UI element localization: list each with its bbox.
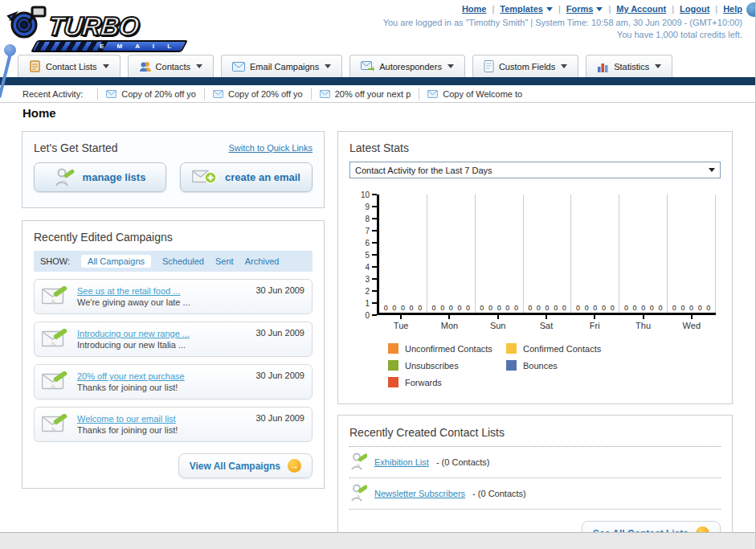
legend-label: Unconfirmed Contacts xyxy=(405,344,492,354)
switch-to-quick-links[interactable]: Switch to Quick Links xyxy=(228,143,313,153)
campaign-title-link[interactable]: Introducing our new range ... xyxy=(77,328,247,339)
help-bubble-icon[interactable] xyxy=(746,2,756,17)
campaign-subtitle: Thanks for joining our list! xyxy=(77,424,247,436)
data-point-value: 0 xyxy=(488,304,492,312)
recent-activity-item[interactable]: Copy of 20% off yo xyxy=(97,88,204,100)
turbo-email-logo: TURBO E M A I L xyxy=(6,3,207,52)
recent-activity-item[interactable]: Copy of Welcome to xyxy=(419,88,530,100)
chart-x-axis: TueMonSunSatFriThuWed xyxy=(377,315,716,330)
recently-edited-campaigns-panel: Recently Edited Campaigns SHOW: All Camp… xyxy=(22,220,325,489)
data-point-value: 0 xyxy=(537,304,541,312)
campaign-row[interactable]: Introducing our new range ... Introducin… xyxy=(34,322,313,357)
data-point-value: 0 xyxy=(611,304,615,312)
filter-scheduled[interactable]: Scheduled xyxy=(162,256,204,266)
data-point-value: 0 xyxy=(593,304,597,312)
nav-link-home[interactable]: Home xyxy=(462,4,487,14)
nav-link-forms[interactable]: Forms xyxy=(566,4,603,14)
campaign-title-link[interactable]: Welcome to our email list xyxy=(77,413,247,424)
stats-period-select[interactable]: Contact Activity for the Last 7 Days xyxy=(349,162,721,178)
chevron-down-icon xyxy=(447,64,454,68)
chevron-down-icon xyxy=(546,7,553,11)
login-info: You are logged in as "Timothy Smith" | S… xyxy=(383,17,742,41)
x-axis-label: Fri xyxy=(570,321,619,330)
envelope-icon xyxy=(213,90,223,98)
filter-sent[interactable]: Sent xyxy=(215,256,234,266)
legend-label: Bounces xyxy=(523,361,558,371)
recent-activity-item[interactable]: Copy of 20% off yo xyxy=(204,88,311,100)
person-pencil-icon xyxy=(55,168,76,187)
recent-activity-label: Recent Activity: xyxy=(22,89,83,99)
chevron-down-icon xyxy=(561,64,567,68)
y-tick-label: 3 xyxy=(365,275,370,284)
tab-autoresponders[interactable]: Autoresponders xyxy=(349,55,465,77)
recent-activity-bar: Recent Activity: Copy of 20% off yo Copy… xyxy=(0,85,755,103)
nav-link-templates[interactable]: Templates xyxy=(500,4,553,14)
campaign-row[interactable]: See us at the retail food ... We're givi… xyxy=(34,279,313,314)
y-tick-label: 10 xyxy=(361,191,370,199)
bar-chart-icon xyxy=(597,61,609,72)
tab-custom-fields[interactable]: Custom Fields xyxy=(472,55,578,77)
arrow-right-icon: → xyxy=(288,459,301,473)
footer-strip xyxy=(0,532,755,549)
chevron-down-icon xyxy=(709,168,715,172)
chart-day-column: 00000 xyxy=(379,195,427,313)
data-point-value: 0 xyxy=(624,304,628,312)
login-line: You are logged in as "Timothy Smith" | S… xyxy=(383,17,742,29)
legend-item: Confirmed Contacts xyxy=(506,343,624,354)
nav-link-my-account[interactable]: My Account xyxy=(616,4,666,14)
tab-statistics[interactable]: Statistics xyxy=(586,55,672,77)
campaign-subtitle: Introducing our new Italia ... xyxy=(77,339,247,350)
campaign-date: 30 Jun 2009 xyxy=(255,371,304,380)
campaign-row[interactable]: 20% off your next purchase Thanks for jo… xyxy=(34,364,313,399)
chart-day-column: 00000 xyxy=(476,195,524,313)
legend-label: Unsubscribes xyxy=(405,361,459,371)
campaign-title-link[interactable]: See us at the retail food ... xyxy=(77,285,247,297)
campaign-row[interactable]: Welcome to our email list Thanks for joi… xyxy=(34,407,313,442)
autoresponder-icon xyxy=(361,61,374,72)
data-point-value: 0 xyxy=(658,304,662,312)
tab-contact-lists[interactable]: Contact Lists xyxy=(18,55,121,77)
legend-swatch xyxy=(388,377,398,387)
create-email-button[interactable]: create an email xyxy=(180,162,313,192)
envelope-icon xyxy=(106,90,116,98)
envelope-pencil-icon xyxy=(42,371,69,392)
chart-day-column: 00000 xyxy=(668,195,716,313)
envelope-icon xyxy=(320,90,330,98)
manage-lists-button[interactable]: manage lists xyxy=(34,162,166,192)
nav-link-logout[interactable]: Logout xyxy=(680,4,709,14)
legend-swatch xyxy=(388,343,398,354)
nav-link-help[interactable]: Help xyxy=(723,4,742,14)
navy-divider-bar xyxy=(0,77,755,85)
contact-list-meta: - (0 Contacts) xyxy=(436,457,490,467)
campaign-date: 30 Jun 2009 xyxy=(255,413,304,423)
y-tick-label: 1 xyxy=(365,299,370,308)
campaign-title-link[interactable]: 20% off your next purchase xyxy=(77,371,247,382)
contact-list-link[interactable]: Exhibition List xyxy=(374,457,429,467)
data-point-value: 0 xyxy=(633,304,637,312)
recent-activity-item[interactable]: 20% off your next p xyxy=(311,88,419,100)
contact-list-row[interactable]: Exhibition List - (0 Contacts) xyxy=(349,447,721,478)
filter-archived[interactable]: Archived xyxy=(245,256,280,266)
campaigns-filter-bar: SHOW: All Campaigns Scheduled Sent Archi… xyxy=(34,251,313,272)
view-all-campaigns-button[interactable]: View All Campaigns → xyxy=(178,453,313,478)
contacts-icon xyxy=(139,60,151,72)
data-point-value: 0 xyxy=(528,304,532,312)
data-point-value: 0 xyxy=(392,304,396,312)
x-axis-label: Tue xyxy=(377,321,425,330)
data-point-value: 0 xyxy=(480,304,484,312)
chart-legend: Unconfirmed ContactsConfirmed ContactsUn… xyxy=(388,343,721,394)
campaign-date: 30 Jun 2009 xyxy=(255,285,304,295)
contact-list-row[interactable]: Newsletter Subscribers - (0 Contacts) xyxy=(349,478,721,510)
latest-stats-title: Latest Stats xyxy=(349,141,721,154)
chart-day-column: 00000 xyxy=(524,195,572,313)
campaign-subtitle: We're giving away our late ... xyxy=(77,297,247,308)
filter-all-campaigns[interactable]: All Campaigns xyxy=(81,255,151,268)
x-axis-label: Mon xyxy=(425,321,473,330)
document-icon xyxy=(484,60,494,72)
contact-lists-title: Recently Created Contact Lists xyxy=(349,426,505,439)
contact-list-link[interactable]: Newsletter Subscribers xyxy=(374,489,465,498)
chart-y-axis: 012345678910 xyxy=(356,195,377,315)
tab-contacts[interactable]: Contacts xyxy=(128,55,214,77)
data-point-value: 0 xyxy=(641,304,645,312)
tab-email-campaigns[interactable]: Email Campaigns xyxy=(221,55,342,77)
